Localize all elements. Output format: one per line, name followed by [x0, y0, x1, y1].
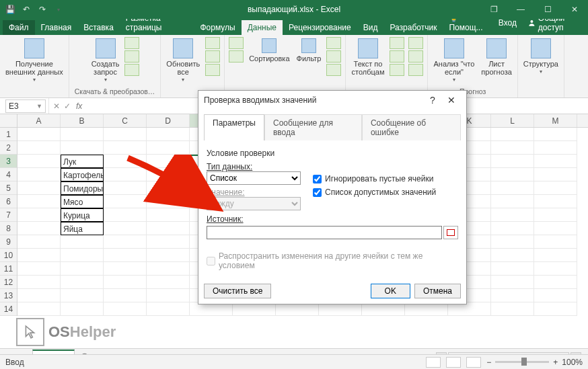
cancel-formula-icon[interactable]: ✕ — [53, 101, 60, 111]
tab-data[interactable]: Данные — [242, 20, 283, 35]
cell[interactable] — [147, 302, 190, 316]
name-box[interactable]: E3▼ — [5, 99, 46, 113]
tab-review[interactable]: Рецензирование — [283, 20, 357, 35]
cell[interactable] — [491, 276, 534, 289]
cell[interactable] — [61, 141, 104, 155]
reapply-icon[interactable] — [326, 50, 341, 63]
relationships-icon[interactable] — [408, 50, 423, 63]
show-queries-icon[interactable] — [124, 37, 139, 49]
cell[interactable] — [147, 128, 190, 141]
col-header[interactable]: L — [491, 114, 534, 127]
allow-select[interactable]: Список — [207, 171, 301, 185]
cell[interactable] — [61, 276, 104, 289]
cell[interactable] — [147, 141, 190, 155]
source-input[interactable] — [207, 226, 442, 239]
cell[interactable] — [104, 155, 147, 168]
cell[interactable] — [61, 235, 104, 249]
edit-links-icon[interactable] — [205, 64, 220, 76]
row-header[interactable]: 14 — [0, 302, 17, 316]
cell[interactable] — [319, 302, 362, 316]
cell[interactable] — [491, 289, 534, 302]
cell[interactable] — [534, 235, 577, 249]
data-validation-icon[interactable] — [390, 64, 404, 76]
cell[interactable] — [61, 249, 104, 262]
filter-button[interactable]: Фильтр — [295, 37, 323, 64]
ok-button[interactable]: OK — [371, 284, 410, 298]
cell[interactable] — [17, 276, 61, 289]
cell[interactable] — [491, 208, 534, 222]
row-header[interactable]: 11 — [0, 262, 17, 276]
cell[interactable] — [147, 276, 190, 289]
normal-view-icon[interactable] — [426, 357, 441, 368]
cell[interactable] — [104, 289, 147, 302]
cell[interactable]: Лук — [61, 155, 104, 168]
row-header[interactable]: 4 — [0, 168, 17, 181]
page-break-view-icon[interactable] — [466, 357, 481, 368]
cell[interactable] — [534, 181, 577, 195]
cell[interactable] — [147, 208, 190, 222]
new-query-button[interactable]: Создать запрос▾ — [90, 37, 121, 85]
page-layout-view-icon[interactable] — [446, 357, 461, 368]
recent-sources-icon[interactable] — [124, 64, 139, 76]
cell[interactable]: Курица — [61, 208, 104, 222]
row-header[interactable]: 7 — [0, 208, 17, 222]
cell[interactable] — [104, 128, 147, 141]
cell[interactable] — [17, 181, 61, 195]
col-header[interactable]: B — [61, 114, 104, 127]
row-header[interactable]: 12 — [0, 276, 17, 289]
cell[interactable] — [491, 235, 534, 249]
cell[interactable] — [17, 302, 61, 316]
tab-developer[interactable]: Разработчик — [383, 20, 443, 35]
connections-icon[interactable] — [205, 37, 220, 49]
minimize-icon[interactable]: — — [507, 0, 534, 19]
zoom-slider[interactable] — [495, 361, 549, 363]
cell[interactable] — [491, 222, 534, 235]
cell[interactable] — [104, 141, 147, 155]
cell[interactable] — [147, 222, 190, 235]
cell[interactable] — [147, 249, 190, 262]
row-header[interactable]: 13 — [0, 289, 17, 302]
redo-icon[interactable]: ↷ — [36, 3, 48, 15]
cell[interactable] — [17, 235, 61, 249]
dialog-titlebar[interactable]: Проверка вводимых значений ? ✕ — [198, 91, 466, 110]
close-dialog-icon[interactable]: ✕ — [442, 95, 461, 106]
cell[interactable]: Картофель — [61, 168, 104, 181]
ignore-blank-checkbox[interactable]: Игнорировать пустые ячейки — [313, 174, 436, 183]
cell[interactable] — [534, 289, 577, 302]
refresh-all-button[interactable]: Обновить все▾ — [165, 37, 201, 85]
cell[interactable] — [491, 168, 534, 181]
cell[interactable] — [17, 168, 61, 181]
advanced-icon[interactable] — [326, 64, 341, 76]
cell[interactable] — [491, 128, 534, 141]
cell[interactable]: Мясо — [61, 195, 104, 208]
flash-fill-icon[interactable] — [390, 37, 404, 49]
consolidate-icon[interactable] — [408, 37, 423, 49]
cell[interactable] — [362, 302, 405, 316]
get-external-data-button[interactable]: Получение внешних данных▾ — [4, 37, 65, 85]
cell[interactable] — [147, 168, 190, 181]
cancel-button[interactable]: Отмена — [414, 284, 461, 298]
enter-formula-icon[interactable]: ✓ — [64, 101, 71, 111]
cell[interactable] — [534, 222, 577, 235]
cell[interactable] — [17, 128, 61, 141]
cell[interactable]: Помидоры — [61, 181, 104, 195]
cell[interactable] — [534, 168, 577, 181]
col-header[interactable]: D — [147, 114, 190, 127]
row-header[interactable]: 1 — [0, 128, 17, 141]
dialog-tab-input-message[interactable]: Сообщение для ввода — [264, 114, 362, 140]
cell[interactable] — [17, 141, 61, 155]
cell[interactable] — [147, 155, 190, 168]
row-header[interactable]: 10 — [0, 249, 17, 262]
cell[interactable] — [534, 208, 577, 222]
cell[interactable] — [491, 141, 534, 155]
cell[interactable] — [491, 249, 534, 262]
cell[interactable] — [104, 208, 147, 222]
cell[interactable] — [534, 141, 577, 155]
ribbon-display-icon[interactable]: ❐ — [480, 0, 507, 19]
outline-button[interactable]: Структура▾ — [522, 37, 560, 77]
select-all-corner[interactable] — [0, 114, 17, 127]
tab-insert[interactable]: Вставка — [77, 20, 120, 35]
cell[interactable] — [61, 128, 104, 141]
sort-za-icon[interactable] — [229, 50, 244, 63]
cell[interactable] — [534, 249, 577, 262]
